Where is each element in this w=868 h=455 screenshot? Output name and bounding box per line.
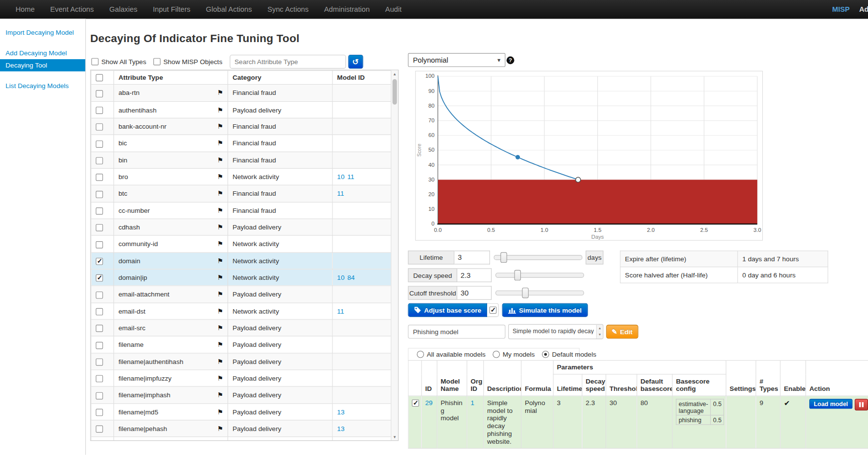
attribute-row[interactable]: ⚑bank-account-nrFinancial fraud <box>91 118 392 135</box>
adjust-base-score-checkbox[interactable] <box>489 306 496 314</box>
formula-select[interactable]: Polynomial ▾ <box>408 53 505 67</box>
nav-item-administration[interactable]: Administration <box>316 0 377 19</box>
scroll-down-icon[interactable]: ▼ <box>597 331 603 338</box>
model-id-link[interactable]: 13 <box>337 408 345 416</box>
sidebar-item-list-decaying-models[interactable]: List Decaying Models <box>0 80 85 92</box>
nav-item-input-filters[interactable]: Input Filters <box>145 0 198 19</box>
attribute-row[interactable]: ⚑filename|pehashPayload delivery13 <box>91 420 392 437</box>
attribute-row[interactable]: ⚑btcFinancial fraud11 <box>91 185 392 202</box>
attribute-row-checkbox[interactable] <box>96 124 103 131</box>
model-id-link[interactable]: 11 <box>347 173 354 181</box>
refresh-button[interactable]: ↺ <box>348 55 363 68</box>
edit-model-button[interactable]: ✎ Edit <box>606 325 638 339</box>
model-id-link[interactable]: 84 <box>347 274 354 282</box>
attribute-row-checkbox[interactable] <box>96 258 103 265</box>
misp-brand-link[interactable]: MISP <box>832 0 850 19</box>
attribute-row[interactable]: ⚑bicFinancial fraud <box>91 135 392 152</box>
attribute-row-checkbox[interactable] <box>96 191 103 198</box>
radio-all-available-models[interactable] <box>417 351 424 358</box>
attribute-row[interactable]: ⚑email-attachmentPayload delivery <box>91 286 392 302</box>
attribute-row-checkbox[interactable] <box>96 325 103 332</box>
attribute-row[interactable]: ⚑filename|sha1Payload delivery13 <box>91 437 392 441</box>
model-id-link[interactable]: 13 <box>337 425 345 432</box>
simulate-model-button[interactable]: Simulate this model <box>502 303 588 317</box>
attribute-row[interactable]: ⚑filename|impfuzzyPayload delivery <box>91 370 392 387</box>
nav-item-global-actions[interactable]: Global Actions <box>198 0 260 19</box>
decay-speed-input[interactable] <box>457 268 492 282</box>
textarea-scrollbar[interactable]: ▲▼ <box>596 325 603 339</box>
attribute-row-checkbox[interactable] <box>96 157 103 164</box>
attribute-row[interactable]: ⚑cdhashPayload delivery <box>91 219 392 235</box>
attribute-row-checkbox[interactable] <box>96 224 103 231</box>
decay-speed-slider[interactable] <box>495 273 584 277</box>
cutoff-threshold-input[interactable] <box>457 286 492 300</box>
attribute-row[interactable]: ⚑broNetwork activity1011 <box>91 168 392 185</box>
adjust-base-score-button[interactable]: Adjust base score <box>408 303 487 317</box>
search-attribute-input[interactable] <box>230 55 346 68</box>
model-id-link[interactable]: 29 <box>425 399 432 407</box>
attribute-row[interactable]: ⚑cc-numberFinancial fraud <box>91 202 392 219</box>
decay-speed-slider-handle[interactable] <box>515 270 521 280</box>
attribute-row-checkbox[interactable] <box>96 308 103 316</box>
model-description-textarea[interactable]: Simple model to rapidly decay ▲▼ <box>508 324 603 340</box>
attribute-row[interactable]: ⚑email-dstNetwork activity11 <box>91 303 392 319</box>
attribute-row-checkbox[interactable] <box>96 375 103 383</box>
nav-item-home[interactable]: Home <box>8 0 43 19</box>
cutoff-threshold-slider-handle[interactable] <box>522 288 529 298</box>
attribute-row-checkbox[interactable] <box>96 207 103 215</box>
attribute-row-checkbox[interactable] <box>96 140 103 148</box>
attribute-row-checkbox[interactable] <box>96 107 103 114</box>
sidebar-item-add-decaying-model[interactable]: Add Decaying Model <box>0 47 85 59</box>
model-id-link[interactable]: 11 <box>337 190 344 198</box>
model-row-checkbox[interactable] <box>412 400 419 407</box>
attribute-row[interactable]: ⚑authentihashPayload delivery <box>91 101 392 118</box>
nav-item-sync-actions[interactable]: Sync Actions <box>259 0 316 19</box>
attribute-row-checkbox[interactable] <box>96 291 103 298</box>
attribute-row-checkbox[interactable] <box>96 90 103 97</box>
show-misp-objects-checkbox[interactable] <box>153 58 161 66</box>
attribute-row[interactable]: ⚑email-srcPayload delivery <box>91 319 392 336</box>
attribute-row-checkbox[interactable] <box>96 341 103 349</box>
model-name-input[interactable] <box>408 325 505 339</box>
help-icon[interactable]: ? <box>507 56 515 64</box>
nav-user-partial[interactable]: Ad <box>859 0 868 19</box>
scroll-up-icon[interactable]: ▲ <box>391 70 398 78</box>
scrollbar-thumb[interactable] <box>393 79 397 105</box>
scroll-down-icon[interactable]: ▼ <box>391 433 398 440</box>
attribute-row[interactable]: ⚑binFinancial fraud <box>91 152 392 168</box>
attribute-table-scrollbar[interactable]: ▲ ▼ <box>391 70 398 440</box>
attribute-row[interactable]: ⚑community-idNetwork activity <box>91 235 392 252</box>
attribute-row[interactable]: ⚑filenamePayload delivery <box>91 336 392 353</box>
nav-item-galaxies[interactable]: Galaxies <box>101 0 145 19</box>
radio-default-models[interactable] <box>542 351 549 358</box>
pause-model-button[interactable] <box>855 399 868 410</box>
attribute-row[interactable]: ⚑filename|authentihashPayload delivery <box>91 353 392 370</box>
org-id-link[interactable]: 1 <box>470 399 474 407</box>
lifetime-slider-handle[interactable] <box>500 252 507 263</box>
sidebar-item-import-decaying-model[interactable]: Import Decaying Model <box>0 26 85 39</box>
attribute-row[interactable]: ⚑filename|md5Payload delivery13 <box>91 403 392 420</box>
model-row[interactable]: 29 Phishing model 1 Simple model to rapi… <box>408 396 868 448</box>
attribute-row[interactable]: ⚑aba-rtnFinancial fraud <box>91 85 392 101</box>
load-model-button[interactable]: Load model <box>809 399 852 409</box>
attribute-row-checkbox[interactable] <box>96 174 103 181</box>
attribute-row-checkbox[interactable] <box>96 274 103 282</box>
attribute-row-checkbox[interactable] <box>96 241 103 249</box>
attribute-row[interactable]: ⚑domain|ipNetwork activity1084 <box>91 269 392 286</box>
attribute-row-checkbox[interactable] <box>96 359 103 366</box>
attribute-row-checkbox[interactable] <box>96 392 103 399</box>
attribute-row-checkbox[interactable] <box>96 409 103 416</box>
nav-item-event-actions[interactable]: Event Actions <box>43 0 102 19</box>
attribute-row[interactable]: ⚑filename|imphashPayload delivery <box>91 387 392 403</box>
model-id-link[interactable]: 11 <box>337 307 344 315</box>
attribute-row-checkbox[interactable] <box>96 426 103 433</box>
show-all-types-checkbox[interactable] <box>92 58 99 66</box>
radio-my-models[interactable] <box>493 351 500 358</box>
attribute-row[interactable]: ⚑domainNetwork activity <box>91 252 392 269</box>
cutoff-threshold-slider[interactable] <box>495 291 584 296</box>
model-id-link[interactable]: 10 <box>337 274 345 282</box>
nav-item-audit[interactable]: Audit <box>377 0 409 19</box>
model-id-link[interactable]: 10 <box>337 173 345 181</box>
lifetime-slider[interactable] <box>494 255 583 260</box>
lifetime-input[interactable] <box>454 250 490 264</box>
